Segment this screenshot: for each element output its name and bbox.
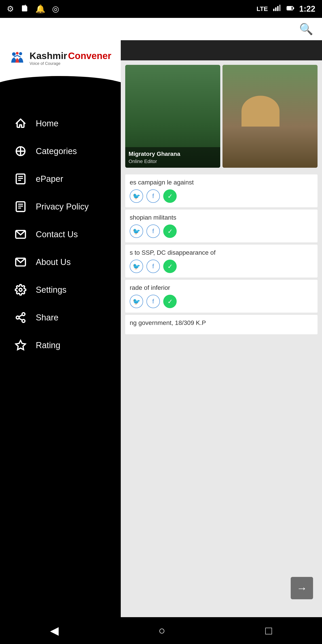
menu-label-share: Share [36, 313, 58, 322]
next-arrow-button[interactable]: → [291, 577, 313, 599]
logo-brand: Kashmir [30, 50, 67, 61]
svg-rect-1 [275, 8, 276, 11]
bottom-navigation: ◀ ○ □ [0, 617, 322, 644]
menu-label-epaper: ePaper [36, 174, 63, 184]
menu-item-categories[interactable]: Categories [14, 140, 121, 163]
news-item-3[interactable]: s to SSP, DC disappearance of 🐦 f ✓ [125, 245, 318, 278]
news-image-card-1[interactable]: Migratory Gharana Online Editor [125, 65, 220, 168]
brightness-status-icon: ◎ [52, 4, 59, 14]
news-card-author-1: Online Editor [128, 158, 217, 164]
privacy-icon [14, 200, 28, 214]
whatsapp-btn-2[interactable]: ✓ [163, 224, 177, 238]
twitter-btn-3[interactable]: 🐦 [130, 260, 143, 273]
whatsapp-btn-3[interactable]: ✓ [163, 260, 177, 273]
whatsapp-btn-1[interactable]: ✓ [163, 190, 177, 203]
svg-line-27 [19, 315, 22, 317]
svg-point-22 [19, 288, 22, 291]
drawer-menu-list: Home Categories ePaper Privacy Policy [0, 98, 121, 644]
social-row-4: 🐦 f ✓ [130, 295, 313, 308]
menu-item-home[interactable]: Home [14, 112, 121, 135]
menu-item-epaper[interactable]: ePaper [14, 167, 121, 190]
rating-icon [14, 338, 28, 352]
status-right-icons: LTE 1:22 [256, 4, 315, 14]
facebook-btn-4[interactable]: f [146, 295, 160, 308]
svg-point-24 [16, 316, 19, 319]
sdcard-status-icon [20, 4, 28, 14]
logo-tagline: Voice of Courage [30, 61, 111, 66]
status-left-icons: ⚙ 🔔 ◎ [7, 4, 59, 14]
settings-icon [14, 283, 28, 297]
whatsapp-btn-4[interactable]: ✓ [163, 295, 177, 308]
news-item-4[interactable]: rade of inferior 🐦 f ✓ [125, 280, 318, 312]
menu-item-about[interactable]: About Us [14, 250, 121, 274]
news-image-card-2[interactable] [222, 65, 318, 168]
home-icon [14, 116, 28, 130]
svg-rect-5 [287, 7, 291, 10]
svg-marker-28 [16, 340, 25, 350]
menu-label-contact: Contact Us [36, 230, 78, 239]
news-text-5: ng government, 18/309 K.P [130, 319, 313, 326]
svg-point-7 [19, 52, 22, 55]
menu-label-settings: Settings [36, 285, 66, 295]
search-button[interactable]: 🔍 [299, 22, 313, 36]
svg-line-26 [19, 318, 22, 320]
lte-icon: LTE [256, 5, 268, 12]
svg-point-6 [12, 52, 16, 56]
status-bar: ⚙ 🔔 ◎ LTE 1:22 [0, 0, 322, 18]
about-icon [14, 255, 28, 269]
logo-brand-accent: Convener [68, 50, 111, 61]
menu-label-categories: Categories [36, 146, 77, 156]
twitter-btn-1[interactable]: 🐦 [130, 190, 143, 203]
menu-label-privacy: Privacy Policy [36, 202, 89, 212]
navigation-drawer: Kashmir Convener Voice of Courage Home C… [0, 18, 121, 644]
recent-button[interactable]: □ [265, 624, 272, 637]
share-icon [14, 310, 28, 325]
menu-label-rating: Rating [36, 340, 60, 350]
menu-item-privacy[interactable]: Privacy Policy [14, 195, 121, 218]
svg-rect-2 [277, 6, 278, 11]
social-row-1: 🐦 f ✓ [130, 190, 313, 203]
contact-icon [14, 227, 28, 242]
bell-status-icon: 🔔 [35, 4, 46, 14]
menu-label-about: About Us [36, 258, 71, 267]
drawer-logo-area: Kashmir Convener Voice of Courage [0, 18, 121, 98]
home-button[interactable]: ○ [158, 624, 165, 637]
svg-point-23 [22, 312, 25, 316]
facebook-btn-1[interactable]: f [146, 190, 160, 203]
news-area: Migratory Gharana Online Editor es campa… [121, 60, 322, 644]
menu-item-contact[interactable]: Contact Us [14, 223, 121, 246]
menu-item-share[interactable]: Share [14, 306, 121, 329]
svg-point-8 [16, 52, 18, 54]
clock: 1:22 [299, 4, 315, 14]
news-item-5[interactable]: ng government, 18/309 K.P [125, 315, 318, 334]
facebook-btn-3[interactable]: f [146, 260, 160, 273]
app-logo: Kashmir Convener Voice of Courage [10, 50, 111, 66]
menu-label-home: Home [36, 119, 58, 128]
news-item-1[interactable]: es campaign le against 🐦 f ✓ [125, 174, 318, 207]
menu-item-rating[interactable]: Rating [14, 334, 121, 357]
svg-rect-3 [279, 5, 280, 11]
image-card-row: Migratory Gharana Online Editor [121, 60, 322, 172]
twitter-btn-2[interactable]: 🐦 [130, 224, 143, 238]
facebook-btn-2[interactable]: f [146, 224, 160, 238]
logo-icon [10, 52, 27, 65]
twitter-btn-4[interactable]: 🐦 [130, 295, 143, 308]
settings-status-icon: ⚙ [7, 4, 14, 14]
signal-icon [272, 4, 281, 14]
epaper-icon [14, 172, 28, 186]
social-row-2: 🐦 f ✓ [130, 224, 313, 238]
social-row-3: 🐦 f ✓ [130, 260, 313, 273]
news-text-4: rade of inferior [130, 284, 313, 291]
svg-rect-0 [273, 9, 274, 11]
back-button[interactable]: ◀ [50, 624, 58, 637]
news-text-1: es campaign le against [130, 179, 313, 186]
menu-item-settings[interactable]: Settings [14, 278, 121, 302]
svg-point-25 [22, 320, 25, 322]
battery-icon [286, 4, 295, 14]
news-item-2[interactable]: shopian militants 🐦 f ✓ [125, 210, 318, 242]
news-text-3: s to SSP, DC disappearance of [130, 249, 313, 256]
categories-icon [14, 144, 28, 158]
news-text-2: shopian militants [130, 214, 313, 221]
news-card-title-1: Migratory Gharana [128, 150, 217, 158]
